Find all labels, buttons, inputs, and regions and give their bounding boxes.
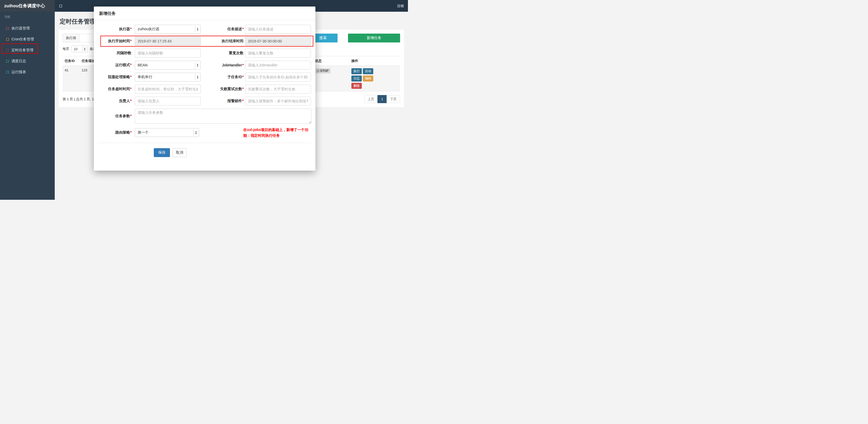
executor-filter-label: 执行器: [63, 34, 80, 42]
timeout-input[interactable]: [135, 85, 201, 94]
executor-select-value: zuihou执行器: [137, 27, 159, 32]
edit-button[interactable]: 编辑: [363, 75, 373, 81]
logout-link[interactable]: 注销: [397, 0, 408, 12]
route-strategy-label: 路由策略*: [98, 130, 132, 135]
app-brand: zuihou任务调度中心: [0, 0, 55, 12]
block-strategy-select-value: 单机串行: [137, 75, 152, 79]
page-1-button[interactable]: 1: [377, 95, 387, 103]
timeout-label: 任务超时时间*: [98, 87, 132, 91]
form-row-datetime: 执行开始时间* 执行结束时间: [98, 37, 311, 45]
pagination-summary: 第 1 页 ( 总共 1 页, 1: [63, 97, 94, 102]
sidebar-item-scheduled-task-mgmt[interactable]: 定时任务管理: [0, 45, 55, 56]
sidebar-toggle-icon: [59, 5, 62, 7]
sidebar-item-schedule-log[interactable]: 调度日志: [0, 56, 55, 67]
sidebar-toggle-button[interactable]: [55, 0, 67, 12]
sidebar-item-label: Cron任务管理: [11, 37, 34, 42]
add-task-modal: 新增任务 执行器* zuihou执行器 任务描述* 执行开始时间* 执行结束时间: [94, 6, 315, 171]
owner-input[interactable]: [135, 97, 201, 105]
delete-button[interactable]: 删除: [351, 83, 362, 89]
start-time-label: 执行开始时间*: [98, 39, 132, 43]
form-row-route-strategy: 路由策略* 第一个 在xxl-jobs项目的基础上，新增了一个功能：指定时间执行…: [98, 127, 311, 138]
scheduled-task-icon: [6, 49, 9, 52]
interval-input[interactable]: [135, 49, 201, 58]
run-report-icon: [6, 71, 9, 73]
run-mode-select[interactable]: BEAN: [135, 61, 201, 69]
form-row-block-childjob: 阻塞处理策略* 单机串行 子任务ID*: [98, 73, 311, 81]
alarm-email-input[interactable]: [245, 97, 311, 105]
sidebar-item-label: 运行报表: [11, 70, 26, 74]
sidebar-item-label: 调度日志: [11, 59, 26, 64]
perpage-prefix-label: 每页: [63, 46, 69, 51]
cell-status: STOP: [313, 66, 349, 91]
cancel-button[interactable]: 取消: [173, 148, 187, 157]
modal-footer: 保存 取消: [98, 143, 311, 171]
prev-page-button[interactable]: 上页: [364, 95, 378, 103]
select-arrows-icon: [195, 62, 200, 68]
sidebar-section-label: 导航: [0, 12, 55, 23]
interval-label: 间隔秒数: [98, 51, 132, 56]
owner-label: 负责人*: [98, 99, 132, 103]
select-arrows-icon: [82, 46, 87, 52]
end-time-label: 执行结束时间: [201, 39, 244, 43]
perpage-select-value: 10: [74, 47, 78, 51]
form-row-job-param: 任务参数*: [98, 108, 311, 124]
job-handler-label: JobHandler*: [201, 63, 244, 67]
fail-retry-input[interactable]: [245, 85, 311, 94]
select-arrows-icon: [195, 74, 200, 80]
route-strategy-select[interactable]: 第一个: [135, 128, 199, 137]
block-strategy-label: 阻塞处理策略*: [98, 75, 132, 79]
job-desc-label: 任务描述*: [201, 27, 244, 32]
run-mode-select-value: BEAN: [137, 63, 148, 67]
execute-button[interactable]: 执行: [351, 68, 362, 74]
start-time-input[interactable]: [135, 37, 201, 45]
header-status: 状态: [313, 56, 349, 66]
feature-note: 在xxl-jobs项目的基础上，新增了一个功能：指定时间执行任务: [244, 127, 311, 138]
fail-retry-label: 失败重试次数*: [201, 87, 244, 91]
header-job-id: 任务ID: [63, 56, 80, 66]
select-arrows-icon: [195, 26, 200, 32]
modal-title: 新增任务: [94, 6, 315, 20]
cell-actions: 执行 启动 日志 编辑 删除: [349, 66, 400, 91]
form-row-executor-desc: 执行器* zuihou执行器 任务描述*: [98, 25, 311, 34]
sidebar-item-cron-mgmt[interactable]: Cron任务管理: [0, 34, 55, 45]
child-job-id-label: 子任务ID*: [201, 75, 244, 79]
executor-mgmt-icon: [6, 27, 9, 30]
job-desc-input[interactable]: [245, 25, 311, 34]
cell-job-id: 41: [63, 66, 80, 91]
child-job-id-input[interactable]: [245, 73, 311, 81]
log-button[interactable]: 日志: [351, 75, 362, 81]
schedule-log-icon: [6, 60, 9, 63]
executor-label: 执行器*: [98, 27, 132, 32]
sidebar: 导航 执行器管理 Cron任务管理 定时任务管理 调度日志 运行报表: [0, 12, 55, 200]
sidebar-item-label: 定时任务管理: [11, 48, 33, 53]
repeat-count-label: 重复次数: [201, 51, 244, 56]
perpage-select[interactable]: 10: [71, 45, 88, 52]
sidebar-item-executor-mgmt[interactable]: 执行器管理: [0, 23, 55, 34]
select-arrows-icon: [193, 129, 198, 136]
job-param-textarea[interactable]: [135, 108, 311, 124]
route-strategy-select-value: 第一个: [137, 130, 149, 135]
header-actions: 操作: [349, 56, 400, 66]
job-param-label: 任务参数*: [98, 114, 132, 119]
sidebar-item-run-report[interactable]: 运行报表: [0, 67, 55, 77]
run-mode-label: 运行模式*: [98, 63, 132, 67]
alarm-email-label: 报警邮件*: [201, 99, 244, 103]
cron-mgmt-icon: [6, 38, 9, 41]
sidebar-item-label: 执行器管理: [11, 26, 30, 31]
start-button[interactable]: 启动: [363, 68, 373, 74]
job-handler-input[interactable]: [245, 61, 311, 69]
next-page-button[interactable]: 下页: [386, 95, 400, 103]
add-task-button[interactable]: 新增任务: [348, 34, 400, 42]
modal-body: 执行器* zuihou执行器 任务描述* 执行开始时间* 执行结束时间 间隔秒数: [94, 20, 315, 171]
form-row-interval-repeat: 间隔秒数 重复次数: [98, 49, 311, 58]
repeat-count-input[interactable]: [245, 49, 311, 58]
form-row-owner-email: 负责人* 报警邮件*: [98, 97, 311, 105]
stop-icon: [317, 70, 319, 72]
executor-select[interactable]: zuihou执行器: [135, 25, 201, 34]
status-badge: STOP: [315, 68, 331, 73]
form-row-runmode-handler: 运行模式* BEAN JobHandler*: [98, 61, 311, 69]
pagination: 上页 1 下页: [364, 95, 400, 103]
end-time-input[interactable]: [245, 37, 311, 45]
block-strategy-select[interactable]: 单机串行: [135, 73, 201, 81]
save-button[interactable]: 保存: [154, 148, 170, 157]
